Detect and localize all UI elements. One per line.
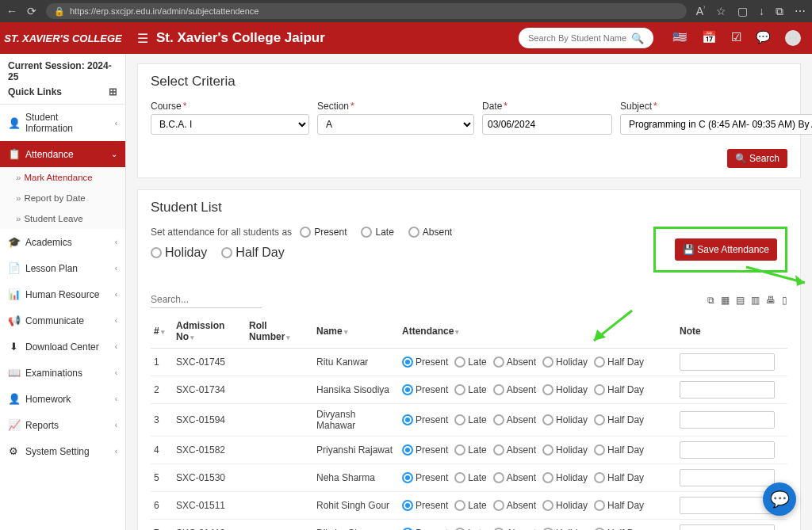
- note-input[interactable]: [680, 353, 775, 371]
- user-avatar-icon[interactable]: [785, 30, 801, 46]
- att-holiday[interactable]: Holiday: [542, 472, 588, 483]
- submenu-report-by-date[interactable]: Report by Date: [0, 188, 125, 208]
- bulk-holiday[interactable]: Holiday: [151, 246, 207, 260]
- att-holiday[interactable]: Holiday: [542, 384, 588, 395]
- note-input[interactable]: [680, 381, 775, 398]
- att-present[interactable]: Present: [402, 444, 448, 456]
- note-input[interactable]: [680, 497, 775, 514]
- sidebar-item-reports[interactable]: 📈Reports‹: [0, 412, 125, 438]
- note-input[interactable]: [680, 441, 775, 459]
- att-halfday[interactable]: Half Day: [594, 472, 644, 483]
- att-present[interactable]: Present: [402, 500, 448, 511]
- att-late[interactable]: Late: [454, 472, 486, 483]
- grid-icon[interactable]: ⊞: [109, 86, 117, 97]
- excel-icon[interactable]: ▦: [721, 295, 730, 306]
- search-button[interactable]: 🔍 Search: [727, 149, 787, 168]
- sidebar-item-label: Attendance: [25, 149, 74, 160]
- att-present[interactable]: Present: [402, 357, 448, 368]
- att-holiday[interactable]: Holiday: [542, 357, 588, 368]
- calendar-icon[interactable]: 📅: [702, 30, 717, 46]
- note-input[interactable]: [680, 524, 775, 530]
- bulk-halfday[interactable]: Half Day: [221, 246, 284, 260]
- att-absent[interactable]: Absent: [493, 472, 536, 483]
- att-absent[interactable]: Absent: [493, 414, 536, 425]
- att-late[interactable]: Late: [454, 384, 486, 395]
- att-halfday[interactable]: Half Day: [594, 414, 644, 425]
- sidebar-item-system-setting[interactable]: ⚙System Setting‹: [0, 438, 125, 464]
- att-late[interactable]: Late: [454, 500, 486, 511]
- col-num[interactable]: #▾: [151, 315, 173, 349]
- bulk-present[interactable]: Present: [300, 227, 347, 238]
- refresh-icon[interactable]: ⟳: [27, 5, 36, 17]
- att-holiday[interactable]: Holiday: [542, 414, 588, 425]
- copy-icon[interactable]: ⧉: [707, 295, 714, 306]
- att-holiday[interactable]: Holiday: [542, 444, 588, 456]
- chat-bubble-icon[interactable]: 💬: [763, 482, 796, 516]
- subject-select[interactable]: Programming in C (8:45 AM- 09:35 AM) By …: [620, 114, 812, 135]
- submenu-student-leave[interactable]: Student Leave: [0, 208, 125, 229]
- favorite-icon[interactable]: ☆: [716, 5, 726, 18]
- sidebar-item-academics[interactable]: 🎓Academics‹: [0, 229, 125, 255]
- submenu-mark-attendance[interactable]: Mark Attendance: [0, 167, 125, 188]
- col-attendance[interactable]: Attendance▾: [399, 315, 676, 349]
- bulk-late[interactable]: Late: [361, 227, 393, 238]
- sidebar-item-examinations[interactable]: 📖Examinations‹: [0, 360, 125, 386]
- att-holiday[interactable]: Holiday: [542, 500, 588, 511]
- att-absent[interactable]: Absent: [493, 500, 536, 511]
- cell-name: Ritu Kanwar: [313, 349, 399, 376]
- downloads-icon[interactable]: ↓: [759, 5, 764, 18]
- sidebar-item-communicate[interactable]: 📢Communicate‹: [0, 307, 125, 334]
- sidebar-item-attendance[interactable]: 📋Attendance⌄: [0, 141, 125, 167]
- columns-icon[interactable]: ▯: [782, 295, 787, 306]
- note-input[interactable]: [680, 411, 775, 429]
- sidebar-item-human-resource[interactable]: 📊Human Resource‹: [0, 281, 125, 307]
- note-input[interactable]: [680, 469, 775, 486]
- section-select[interactable]: A: [317, 114, 474, 135]
- table-search-input[interactable]: [151, 292, 262, 308]
- read-icon[interactable]: A⁾: [696, 5, 705, 18]
- sidebar-item-homework[interactable]: 👤Homework‹: [0, 386, 125, 412]
- screenshot-icon[interactable]: ⧉: [776, 5, 783, 18]
- bulk-absent[interactable]: Absent: [408, 227, 452, 238]
- att-late[interactable]: Late: [454, 357, 486, 368]
- whatsapp-icon[interactable]: 💬: [756, 30, 771, 46]
- save-attendance-button[interactable]: 💾 Save Attendance: [675, 238, 777, 261]
- att-present[interactable]: Present: [402, 472, 448, 483]
- sidebar-item-student-information[interactable]: 👤Student Information‹: [0, 105, 125, 141]
- student-search-input[interactable]: [528, 33, 631, 43]
- att-late[interactable]: Late: [454, 444, 486, 456]
- search-icon[interactable]: 🔍: [631, 32, 644, 44]
- att-late[interactable]: Late: [454, 414, 486, 425]
- pdf-icon[interactable]: ▥: [751, 295, 760, 306]
- att-halfday[interactable]: Half Day: [594, 384, 644, 395]
- flag-icon[interactable]: 🇺🇸: [672, 30, 688, 46]
- date-input[interactable]: [482, 114, 612, 135]
- url-bar[interactable]: 🔒 https://erp.sxcjpr.edu.in/admin/subjec…: [46, 3, 687, 19]
- student-search[interactable]: 🔍: [519, 28, 653, 48]
- cell-admission: SXC-01511: [173, 492, 246, 520]
- col-admission[interactable]: Admission No▾: [173, 315, 246, 349]
- task-icon[interactable]: ☑: [731, 30, 741, 46]
- col-roll[interactable]: Roll Number▾: [246, 315, 313, 349]
- collections-icon[interactable]: ▢: [737, 5, 748, 18]
- lock-icon: 🔒: [54, 6, 65, 17]
- sidebar-item-lesson-plan[interactable]: 📄Lesson Plan‹: [0, 255, 125, 281]
- print-icon[interactable]: 🖶: [766, 295, 776, 306]
- hamburger-icon[interactable]: ☰: [137, 31, 148, 46]
- att-present[interactable]: Present: [402, 414, 448, 425]
- att-halfday[interactable]: Half Day: [594, 357, 644, 368]
- course-select[interactable]: B.C.A. I: [151, 114, 309, 135]
- more-icon[interactable]: ⋯: [795, 5, 806, 18]
- csv-icon[interactable]: ▤: [736, 295, 745, 306]
- cell-name: Hansika Sisodiya: [313, 376, 399, 404]
- att-absent[interactable]: Absent: [493, 357, 536, 368]
- att-present[interactable]: Present: [402, 384, 448, 395]
- att-absent[interactable]: Absent: [493, 444, 536, 456]
- cell-admission: SXC-01413: [173, 520, 246, 531]
- col-name[interactable]: Name▾: [313, 315, 399, 349]
- att-halfday[interactable]: Half Day: [594, 444, 644, 456]
- back-icon[interactable]: ←: [6, 5, 17, 17]
- sidebar-item-download-center[interactable]: ⬇Download Center‹: [0, 334, 125, 360]
- att-absent[interactable]: Absent: [493, 384, 536, 395]
- att-halfday[interactable]: Half Day: [594, 500, 644, 511]
